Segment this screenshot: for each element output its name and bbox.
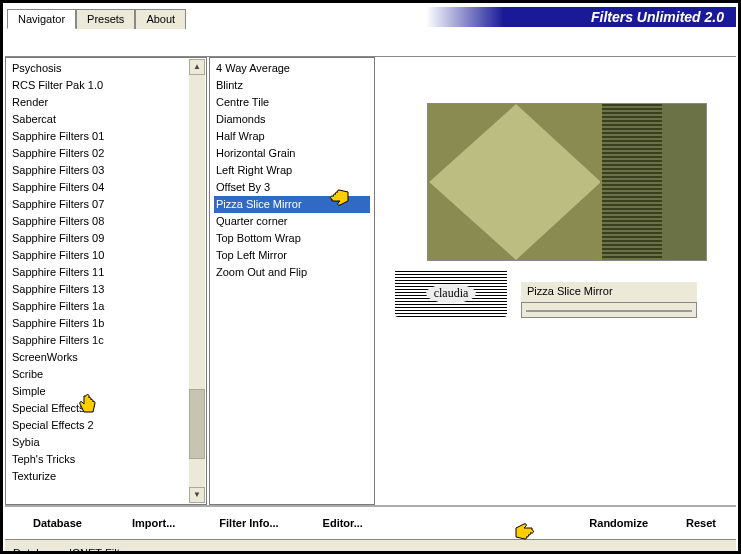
filter-item[interactable]: Centre Tile: [214, 94, 370, 111]
category-item[interactable]: Sapphire Filters 1b: [10, 315, 202, 332]
tab-about[interactable]: About: [135, 9, 186, 29]
category-item[interactable]: Sapphire Filters 08: [10, 213, 202, 230]
category-item[interactable]: Special Effects 2: [10, 417, 202, 434]
apply-button[interactable]: Apply: [512, 551, 580, 555]
hand-cursor-icon: [331, 187, 357, 211]
filter-item[interactable]: Top Bottom Wrap: [214, 230, 370, 247]
footer-info: Database:ICNET-Filters Filters:4596: [13, 546, 135, 554]
category-item[interactable]: Sapphire Filters 02: [10, 145, 202, 162]
category-item[interactable]: RCS Filter Pak 1.0: [10, 77, 202, 94]
category-item[interactable]: Teph's Tricks: [10, 451, 202, 468]
category-item[interactable]: Special Effects 1: [10, 400, 202, 417]
parameter-label: Pizza Slice Mirror: [521, 282, 697, 302]
tab-navigator[interactable]: Navigator: [7, 9, 76, 29]
import-button[interactable]: Import...: [122, 513, 185, 533]
category-item[interactable]: Sapphire Filters 07: [10, 196, 202, 213]
reset-button[interactable]: Reset: [676, 513, 726, 533]
filter-info-button[interactable]: Filter Info...: [209, 513, 288, 533]
watermark: claudia: [395, 269, 507, 317]
category-item[interactable]: ScreenWorks: [10, 349, 202, 366]
filter-item[interactable]: Horizontal Grain: [214, 145, 370, 162]
category-item[interactable]: Sapphire Filters 09: [10, 230, 202, 247]
filter-list[interactable]: 4 Way AverageBlintzCentre TileDiamondsHa…: [209, 57, 375, 505]
category-item[interactable]: Sapphire Filters 1a: [10, 298, 202, 315]
category-item[interactable]: Sapphire Filters 01: [10, 128, 202, 145]
category-scrollbar[interactable]: ▲ ▼: [189, 59, 205, 503]
tab-presets[interactable]: Presets: [76, 9, 135, 29]
hand-cursor-icon: [77, 394, 103, 418]
category-item[interactable]: Sapphire Filters 10: [10, 247, 202, 264]
tab-bar: Navigator Presets About: [7, 9, 186, 29]
category-list[interactable]: PsychosisRCS Filter Pak 1.0RenderSaberca…: [5, 57, 207, 505]
scroll-up-button[interactable]: ▲: [189, 59, 205, 75]
category-item[interactable]: Render: [10, 94, 202, 111]
category-item[interactable]: Texturize: [10, 468, 202, 485]
app-title: Filters Unlimited 2.0: [426, 7, 736, 27]
category-item[interactable]: Sapphire Filters 04: [10, 179, 202, 196]
filter-item[interactable]: Diamonds: [214, 111, 370, 128]
filter-item[interactable]: Top Left Mirror: [214, 247, 370, 264]
filter-item[interactable]: Left Right Wrap: [214, 162, 370, 179]
filter-item[interactable]: Blintz: [214, 77, 370, 94]
database-button[interactable]: Database: [23, 513, 92, 533]
randomize-button[interactable]: Randomize: [579, 513, 658, 533]
category-item[interactable]: Simple: [10, 383, 202, 400]
scroll-thumb[interactable]: [189, 389, 205, 459]
category-item[interactable]: Sapphire Filters 1c: [10, 332, 202, 349]
category-item[interactable]: Scribe: [10, 366, 202, 383]
scroll-down-button[interactable]: ▼: [189, 487, 205, 503]
filter-item[interactable]: Quarter corner: [214, 213, 370, 230]
category-item[interactable]: Sybia: [10, 434, 202, 451]
parameter-slider[interactable]: [521, 302, 697, 318]
filter-item[interactable]: Zoom Out and Flip: [214, 264, 370, 281]
filter-item[interactable]: Half Wrap: [214, 128, 370, 145]
preview-image: [427, 103, 707, 261]
hand-cursor-icon: [513, 520, 539, 544]
category-item[interactable]: Sapphire Filters 13: [10, 281, 202, 298]
editor-button[interactable]: Editor...: [313, 513, 373, 533]
category-item[interactable]: Sabercat: [10, 111, 202, 128]
category-item[interactable]: Sapphire Filters 03: [10, 162, 202, 179]
filter-item[interactable]: 4 Way Average: [214, 60, 370, 77]
category-item[interactable]: Psychosis: [10, 60, 202, 77]
category-item[interactable]: Sapphire Filters 11: [10, 264, 202, 281]
